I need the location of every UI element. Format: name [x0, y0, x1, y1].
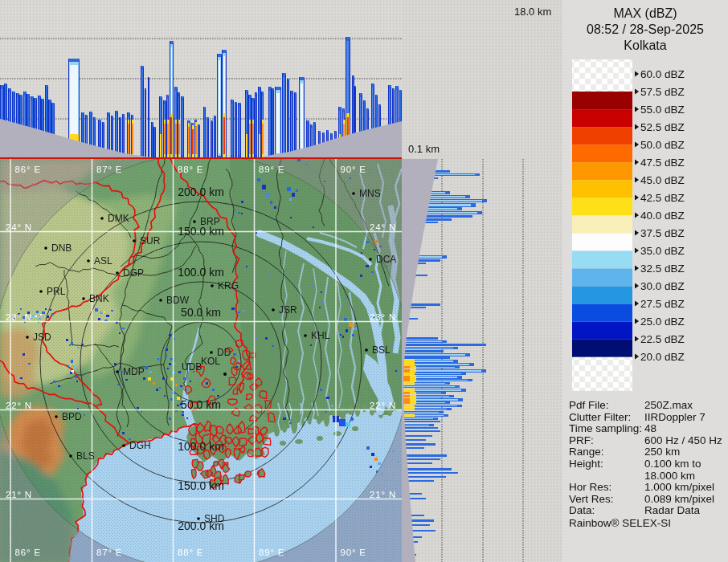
svg-text:18.000 km: 18.000 km — [644, 470, 695, 482]
svg-text:88° E: 88° E — [178, 165, 203, 174]
svg-text:200.0 km: 200.0 km — [178, 185, 224, 198]
svg-text:08:52 / 28-Sep-2025: 08:52 / 28-Sep-2025 — [587, 22, 704, 36]
svg-text:21° N: 21° N — [370, 490, 396, 499]
svg-text:23° N: 23° N — [370, 312, 396, 322]
svg-text:35.0 dBZ: 35.0 dBZ — [640, 245, 685, 257]
svg-text:45.0 dBZ: 45.0 dBZ — [640, 174, 685, 186]
svg-text:20.0 dBZ: 20.0 dBZ — [640, 351, 685, 363]
svg-text:50.0 km: 50.0 km — [181, 398, 221, 411]
svg-text:50.0 km: 50.0 km — [181, 306, 221, 319]
svg-text:Range:: Range: — [569, 446, 604, 458]
svg-text:86° E: 86° E — [15, 548, 41, 557]
svg-text:Clutter Filter:: Clutter Filter: — [569, 411, 631, 423]
svg-text:SHD: SHD — [204, 513, 225, 524]
svg-text:22° N: 22° N — [370, 401, 396, 410]
svg-text:DMK: DMK — [108, 213, 129, 224]
svg-text:100.0 km: 100.0 km — [178, 266, 224, 279]
svg-text:24° N: 24° N — [370, 222, 396, 232]
svg-text:Vert Res:: Vert Res: — [569, 493, 614, 505]
svg-text:87° E: 87° E — [96, 548, 122, 557]
svg-text:KOL: KOL — [201, 356, 220, 367]
svg-text:DCA: DCA — [376, 254, 396, 265]
svg-text:90° E: 90° E — [341, 165, 366, 174]
svg-text:89° E: 89° E — [259, 165, 284, 174]
svg-text:48: 48 — [644, 422, 656, 434]
svg-text:PRL: PRL — [47, 286, 66, 297]
svg-text:BRP: BRP — [200, 216, 220, 227]
svg-text:47.5 dBZ: 47.5 dBZ — [640, 157, 685, 169]
svg-text:Pdf File:: Pdf File: — [569, 399, 609, 411]
svg-text:60.0 dBZ: 60.0 dBZ — [640, 68, 685, 80]
svg-text:89° E: 89° E — [259, 548, 284, 557]
svg-text:22.5 dBZ: 22.5 dBZ — [640, 333, 685, 345]
svg-text:UDB: UDB — [182, 361, 202, 373]
svg-text:BPD: BPD — [62, 411, 82, 422]
svg-text:Radar Data: Radar Data — [644, 504, 701, 516]
svg-text:250Z.max: 250Z.max — [644, 399, 693, 411]
svg-text:BDW: BDW — [166, 295, 190, 306]
svg-text:88° E: 88° E — [178, 548, 203, 557]
svg-text:87° E: 87° E — [96, 165, 122, 174]
svg-text:DGH: DGH — [129, 440, 151, 451]
svg-text:250 km: 250 km — [644, 446, 680, 458]
svg-text:DNB: DNB — [51, 242, 72, 254]
svg-text:37.5 dBZ: 37.5 dBZ — [640, 227, 685, 239]
svg-text:32.5 dBZ: 32.5 dBZ — [640, 263, 685, 275]
svg-text:Hor Res:: Hor Res: — [569, 481, 611, 493]
svg-text:0.100 km to: 0.100 km to — [644, 458, 701, 470]
svg-text:Time sampling:: Time sampling: — [569, 422, 642, 434]
svg-text:Rainbow® SELEX-SI: Rainbow® SELEX-SI — [569, 517, 671, 529]
svg-text:KHL: KHL — [311, 330, 330, 341]
svg-text:Data:: Data: — [569, 504, 595, 516]
svg-text:42.5 dBZ: 42.5 dBZ — [640, 192, 685, 204]
svg-text:JSD: JSD — [33, 332, 51, 343]
svg-text:100.0 km: 100.0 km — [178, 440, 224, 453]
svg-text:KRG: KRG — [218, 280, 239, 291]
svg-text:BSL: BSL — [372, 344, 391, 356]
svg-text:IIRDoppler 7: IIRDoppler 7 — [644, 411, 706, 423]
svg-text:MDP: MDP — [123, 366, 145, 377]
svg-text:30.0 dBZ: 30.0 dBZ — [640, 280, 685, 292]
svg-text:SUR: SUR — [140, 235, 161, 246]
svg-text:27.5 dBZ: 27.5 dBZ — [640, 298, 685, 310]
svg-text:Height:: Height: — [569, 458, 603, 470]
svg-text:150.0 km: 150.0 km — [178, 479, 224, 492]
svg-text:ASL: ASL — [94, 255, 112, 267]
svg-text:0.089 km/pixel: 0.089 km/pixel — [644, 493, 714, 505]
svg-text:52.5 dBZ: 52.5 dBZ — [640, 121, 685, 133]
svg-text:PRF:: PRF: — [569, 434, 594, 446]
svg-text:JSR: JSR — [279, 304, 297, 316]
svg-text:23° N: 23° N — [6, 312, 32, 322]
svg-text:21° N: 21° N — [6, 490, 32, 499]
svg-text:18.0 km: 18.0 km — [514, 6, 551, 18]
svg-text:40.0 dBZ: 40.0 dBZ — [640, 210, 685, 222]
svg-text:0.1 km: 0.1 km — [408, 143, 440, 155]
svg-text:MAX (dBZ): MAX (dBZ) — [613, 6, 677, 20]
svg-text:22° N: 22° N — [6, 401, 32, 410]
svg-text:86° E: 86° E — [15, 165, 41, 174]
svg-text:50.0 dBZ: 50.0 dBZ — [640, 139, 685, 151]
svg-text:24° N: 24° N — [6, 222, 32, 232]
svg-text:600 Hz / 450 Hz: 600 Hz / 450 Hz — [644, 434, 722, 446]
svg-text:90° E: 90° E — [341, 548, 366, 557]
svg-text:25.0 dBZ: 25.0 dBZ — [640, 316, 685, 328]
svg-text:1.000 km/pixel: 1.000 km/pixel — [644, 481, 714, 493]
svg-text:DGP: DGP — [123, 267, 144, 279]
svg-text:55.0 dBZ: 55.0 dBZ — [640, 104, 685, 116]
svg-text:57.5 dBZ: 57.5 dBZ — [640, 86, 685, 98]
svg-text:BNK: BNK — [89, 293, 109, 304]
svg-text:Kolkata: Kolkata — [624, 39, 666, 52]
svg-text:BLS: BLS — [76, 450, 95, 462]
svg-text:MNS: MNS — [359, 188, 381, 199]
